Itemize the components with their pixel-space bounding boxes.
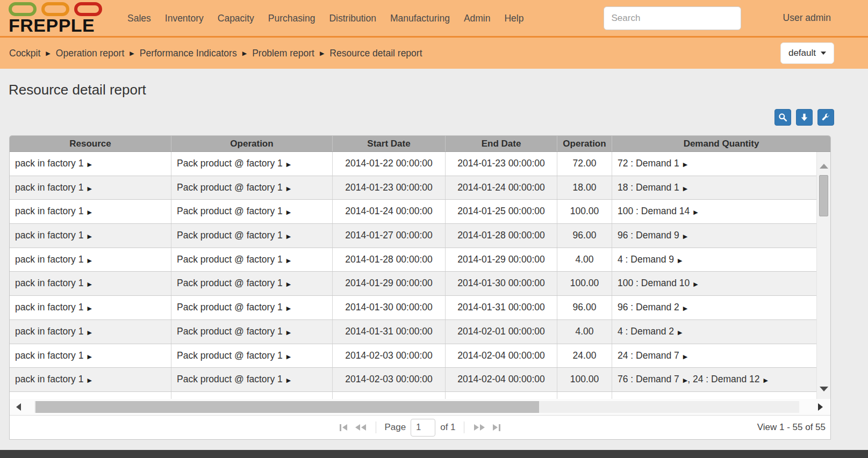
export-download-button[interactable] [796, 109, 813, 126]
nav-item-manufacturing[interactable]: Manufacturing [383, 0, 457, 37]
column-header-operation[interactable]: Operation [171, 136, 333, 151]
nav-item-sales[interactable]: Sales [120, 0, 158, 37]
drilldown-triangle-icon[interactable]: ▶ [678, 257, 682, 264]
drilldown-triangle-icon[interactable]: ▶ [87, 185, 91, 192]
drilldown-triangle-icon[interactable]: ▶ [683, 377, 687, 383]
drilldown-triangle-icon[interactable]: ▶ [87, 281, 91, 287]
breadcrumb-item-performance-indicators[interactable]: Performance Indicators [140, 48, 237, 59]
customize-wrench-button[interactable] [817, 109, 834, 126]
pager-separator [464, 421, 464, 433]
drilldown-triangle-icon[interactable]: ▶ [286, 305, 291, 311]
drilldown-triangle-icon[interactable]: ▶ [286, 185, 291, 192]
next-page-button[interactable] [472, 423, 486, 432]
column-header-demand-quantity[interactable]: Demand Quantity [612, 136, 830, 151]
drilldown-triangle-icon[interactable]: ▶ [286, 161, 291, 168]
drilldown-triangle-icon[interactable]: ▶ [683, 233, 687, 239]
drilldown-triangle-icon[interactable]: ▶ [286, 233, 291, 239]
column-header-start-date[interactable]: Start Date [333, 136, 446, 151]
end-date-cell: 2014-02-04 00:00:00 [446, 344, 557, 368]
start-date-cell: 2014-01-28 00:00:00 [333, 248, 446, 272]
breadcrumb-bar: Cockpit▶Operation report▶Performance Ind… [0, 38, 868, 69]
search-filter-button[interactable] [774, 109, 791, 126]
drilldown-triangle-icon[interactable]: ▶ [286, 209, 291, 215]
drilldown-triangle-icon[interactable]: ▶ [87, 329, 91, 336]
drilldown-triangle-icon[interactable]: ▶ [87, 353, 91, 360]
nav-item-inventory[interactable]: Inventory [158, 0, 211, 37]
nav-item-capacity[interactable]: Capacity [211, 0, 261, 37]
breadcrumb: Cockpit▶Operation report▶Performance Ind… [9, 48, 422, 59]
previous-page-button[interactable] [354, 423, 368, 432]
last-page-button[interactable] [491, 423, 502, 433]
drilldown-triangle-icon[interactable]: ▶ [87, 257, 91, 264]
drilldown-triangle-icon[interactable]: ▶ [678, 329, 682, 336]
column-header-operation-quantity[interactable]: Operation [557, 136, 612, 151]
logo-capsule-green-icon [9, 2, 37, 16]
drilldown-triangle-icon[interactable]: ▶ [693, 209, 698, 215]
column-header-resource[interactable]: Resource [10, 136, 171, 151]
breadcrumb-item-operation-report[interactable]: Operation report [56, 48, 124, 59]
drilldown-triangle-icon[interactable]: ▶ [87, 305, 91, 311]
drilldown-triangle-icon[interactable]: ▶ [286, 329, 291, 336]
nav-item-distribution[interactable]: Distribution [322, 0, 383, 37]
user-menu[interactable]: User admin [783, 12, 831, 24]
demand-quantity-cell: 76 : Demand 7▶, 24 : Demand 12▶ [612, 368, 816, 391]
drilldown-triangle-icon[interactable]: ▶ [683, 305, 687, 311]
resource-cell: pack in factory 1▶ [10, 344, 171, 368]
empty-cell [171, 392, 333, 399]
quantity-cell: 72.00 [557, 152, 612, 176]
drilldown-triangle-icon[interactable]: ▶ [693, 281, 698, 287]
scroll-down-icon[interactable] [820, 387, 828, 391]
drilldown-triangle-icon[interactable]: ▶ [87, 233, 91, 239]
frepple-logo[interactable]: FREPPLE [9, 2, 109, 34]
scroll-left-icon[interactable] [16, 403, 21, 411]
column-header-end-date[interactable]: End Date [446, 136, 557, 151]
page-number-input[interactable] [411, 419, 435, 437]
quantity-cell: 100.00 [557, 200, 612, 223]
drilldown-triangle-icon[interactable]: ▶ [683, 185, 687, 192]
drilldown-triangle-icon[interactable]: ▶ [286, 281, 291, 287]
breadcrumb-item-resource-detail-report[interactable]: Resource detail report [329, 48, 422, 59]
resource-cell: pack in factory 1▶ [10, 296, 171, 319]
horizontal-scrollbar-thumb[interactable] [35, 401, 539, 413]
view-selector-dropdown[interactable]: default [780, 42, 834, 64]
start-date-cell: 2014-01-24 00:00:00 [333, 200, 446, 223]
table-row: pack in factory 1▶Pack product @ factory… [10, 248, 816, 272]
drilldown-triangle-icon[interactable]: ▶ [87, 377, 91, 383]
start-date-cell: 2014-01-31 00:00:00 [333, 320, 446, 344]
search-input[interactable] [604, 6, 741, 30]
pager-controls: Page of 1 [338, 419, 501, 437]
quantity-cell: 96.00 [557, 296, 612, 319]
table-row: pack in factory 1▶Pack product @ factory… [10, 176, 816, 200]
drilldown-triangle-icon[interactable]: ▶ [764, 377, 768, 383]
vertical-scrollbar[interactable] [816, 152, 830, 399]
scroll-right-icon[interactable] [818, 403, 823, 411]
drilldown-triangle-icon[interactable]: ▶ [286, 257, 291, 264]
operation-cell: Pack product @ factory 1▶ [171, 296, 333, 319]
nav-item-admin[interactable]: Admin [457, 0, 498, 37]
first-page-button[interactable] [338, 423, 349, 433]
quantity-cell: 4.00 [557, 248, 612, 272]
drilldown-triangle-icon[interactable]: ▶ [683, 161, 687, 168]
breadcrumb-item-problem-report[interactable]: Problem report [252, 48, 314, 59]
drilldown-triangle-icon[interactable]: ▶ [683, 353, 687, 360]
end-date-cell: 2014-02-01 00:00:00 [446, 320, 557, 344]
nav-item-help[interactable]: Help [497, 0, 530, 37]
drilldown-triangle-icon[interactable]: ▶ [87, 209, 91, 215]
end-date-cell: 2014-01-30 00:00:00 [446, 272, 557, 295]
nav-item-purchasing[interactable]: Purchasing [261, 0, 322, 37]
breadcrumb-separator-icon: ▶ [320, 50, 324, 57]
drilldown-triangle-icon[interactable]: ▶ [286, 377, 291, 383]
end-date-cell: 2014-01-24 00:00:00 [446, 176, 557, 200]
drilldown-triangle-icon[interactable]: ▶ [286, 353, 291, 360]
resource-cell: pack in factory 1▶ [10, 152, 171, 176]
horizontal-scrollbar[interactable] [10, 399, 830, 415]
logo-capsules-icon [9, 2, 109, 16]
quantity-cell: 100.00 [557, 368, 612, 391]
table-body: pack in factory 1▶Pack product @ factory… [10, 152, 830, 399]
drilldown-triangle-icon[interactable]: ▶ [87, 161, 91, 168]
vertical-scrollbar-thumb[interactable] [819, 175, 828, 216]
search-icon [778, 113, 787, 122]
breadcrumb-item-cockpit[interactable]: Cockpit [9, 48, 40, 59]
scroll-up-icon[interactable] [820, 164, 828, 169]
nav-menu: SalesInventoryCapacityPurchasingDistribu… [120, 0, 530, 37]
